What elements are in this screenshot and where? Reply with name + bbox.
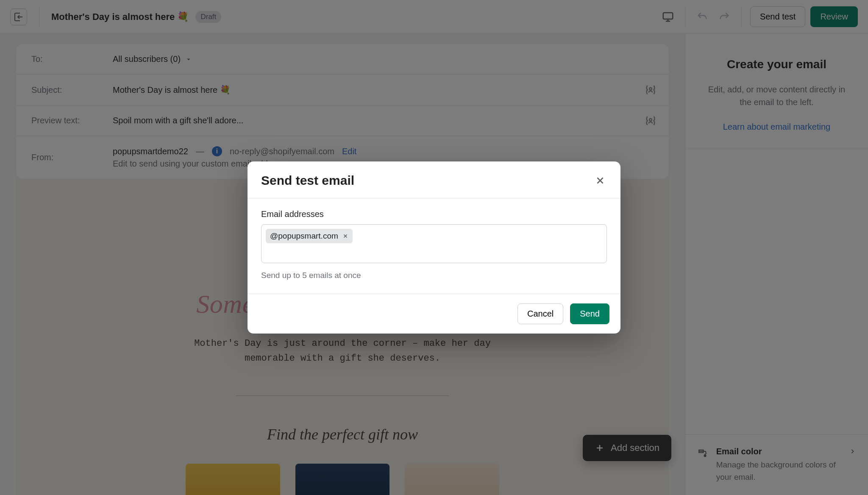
email-addresses-input[interactable]: @popupsmart.com [261, 224, 607, 263]
send-button[interactable]: Send [570, 303, 609, 324]
close-icon [595, 175, 606, 186]
email-addresses-label: Email addresses [261, 209, 607, 219]
close-icon [342, 233, 348, 239]
send-test-modal: Send test email Email addresses @popupsm… [248, 161, 620, 334]
email-chip-value: @popupsmart.com [270, 231, 338, 241]
email-chip[interactable]: @popupsmart.com [266, 229, 353, 243]
chip-remove-button[interactable] [342, 233, 348, 239]
modal-close-button[interactable] [593, 174, 607, 187]
modal-footer: Cancel Send [248, 294, 620, 334]
modal-backdrop[interactable]: Send test email Email addresses @popupsm… [0, 0, 868, 495]
modal-header: Send test email [248, 161, 620, 198]
cancel-button[interactable]: Cancel [517, 303, 563, 324]
modal-body: Email addresses @popupsmart.com Send up … [248, 198, 620, 294]
modal-title: Send test email [261, 173, 354, 188]
email-help-text: Send up to 5 emails at once [261, 271, 607, 280]
